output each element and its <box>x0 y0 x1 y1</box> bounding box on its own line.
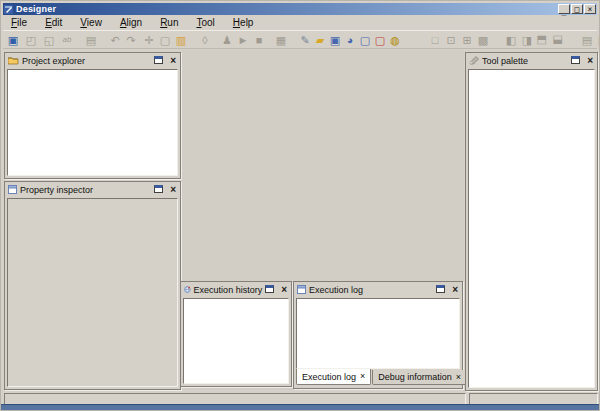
menu-tool[interactable]: Tool <box>190 17 220 29</box>
designer-window: Designer _ □ × FileEditViewAlignRunToolH… <box>0 0 600 411</box>
project-explorer-content[interactable] <box>7 69 178 176</box>
snap-none-button[interactable]: □ <box>428 32 442 48</box>
debug-info-toggle[interactable]: ▢ <box>373 32 387 48</box>
tab-label: Execution log <box>302 372 356 382</box>
panel-buttons: × <box>154 185 177 195</box>
tab-label: Debug information <box>378 372 452 382</box>
float-icon <box>154 56 163 64</box>
property-inspector-toggle[interactable]: ▣ <box>328 32 342 48</box>
rename-button[interactable]: ab <box>60 32 74 48</box>
panel-title: Tool palette <box>482 54 528 68</box>
debug-button[interactable]: ♟ <box>220 32 234 48</box>
float-button[interactable] <box>436 285 445 295</box>
toolbar: ▣◰◱ab▤↶↷✛▢▥◊♟►■▦✎▰▣◕▢▢◍□⊡⊞▩◧◨◧◨▤▥ <box>3 30 597 49</box>
panel-project-explorer: Project explorer × <box>4 52 181 179</box>
move-button[interactable]: ✛ <box>142 32 156 48</box>
execution-log-content[interactable] <box>296 298 460 369</box>
tool-palette-toggle[interactable]: ✎ <box>298 32 312 48</box>
distribute-vertical-button[interactable]: ▥ <box>596 32 600 48</box>
float-button[interactable] <box>571 56 580 66</box>
close-button[interactable]: × <box>170 185 177 194</box>
project-explorer-toggle[interactable]: ▰ <box>313 32 327 48</box>
execution-history-toggle[interactable]: ◕ <box>343 32 357 48</box>
minimize-button[interactable]: _ <box>558 4 570 14</box>
desktop-edge-strip <box>1 404 599 410</box>
redo-button[interactable]: ↷ <box>124 32 138 48</box>
window-controls: _ □ × <box>558 4 596 14</box>
snap-fill-button[interactable]: ▩ <box>476 32 490 48</box>
panel-buttons: × <box>154 56 177 66</box>
snap-dots-button[interactable]: ⊡ <box>444 32 458 48</box>
distribute-horizontal-button[interactable]: ▤ <box>580 32 594 48</box>
maximize-button[interactable]: □ <box>571 4 583 14</box>
pencil-icon <box>469 56 479 65</box>
log-icon <box>297 285 306 294</box>
align-top-button[interactable]: ◧ <box>535 33 551 47</box>
tool-palette-content[interactable] <box>468 69 595 388</box>
tab-close-icon[interactable]: × <box>360 372 365 381</box>
copy-button[interactable]: ▢ <box>158 32 172 48</box>
float-button[interactable] <box>154 185 163 195</box>
snap-grid-button[interactable]: ⊞ <box>460 32 474 48</box>
float-button[interactable] <box>265 285 274 295</box>
float-icon <box>436 285 445 293</box>
deselect-button[interactable]: ◊ <box>198 32 212 48</box>
execution-log-tabbar: Execution log × Debug information × <box>296 370 460 386</box>
float-icon <box>571 56 580 64</box>
tool-palette-header[interactable]: Tool palette × <box>466 53 597 68</box>
window-icon <box>8 185 17 194</box>
import-button[interactable]: ◱ <box>42 32 56 48</box>
property-inspector-content[interactable] <box>7 198 178 387</box>
align-left-button[interactable]: ◧ <box>504 32 518 48</box>
menu-align[interactable]: Align <box>114 17 148 29</box>
app-icon <box>4 5 13 14</box>
property-inspector-header[interactable]: Property inspector × <box>5 182 180 197</box>
panel-buttons: × <box>265 285 288 295</box>
run-button[interactable]: ► <box>236 32 250 48</box>
new-project-button[interactable]: ▣ <box>6 32 20 48</box>
panel-title: Execution history <box>194 283 263 297</box>
execution-log-toggle[interactable]: ▢ <box>358 32 372 48</box>
panel-execution-history: Execution history × <box>180 281 292 387</box>
menu-edit[interactable]: Edit <box>39 17 68 29</box>
panel-title: Execution log <box>309 283 363 297</box>
folder-icon <box>8 56 19 65</box>
align-bottom-button[interactable]: ◨ <box>551 33 567 47</box>
float-icon <box>154 185 163 193</box>
panel-buttons: × <box>571 56 594 66</box>
execution-history-content[interactable] <box>183 298 289 384</box>
panel-tool-palette: Tool palette × <box>465 52 598 391</box>
close-button[interactable]: × <box>281 285 288 294</box>
tab-debug-information[interactable]: Debug information × <box>372 370 467 385</box>
history-globe-icon <box>184 285 191 294</box>
project-explorer-header[interactable]: Project explorer × <box>5 53 180 68</box>
save-button[interactable]: ▤ <box>84 32 98 48</box>
stop-button[interactable]: ■ <box>252 32 266 48</box>
menu-help[interactable]: Help <box>227 17 260 29</box>
tab-execution-log[interactable]: Execution log × <box>296 369 371 385</box>
paste-button[interactable]: ▥ <box>174 32 188 48</box>
close-button[interactable]: × <box>170 56 177 65</box>
window-title: Designer <box>16 4 56 14</box>
close-button[interactable]: × <box>587 56 594 65</box>
window-close-button[interactable]: × <box>584 4 596 14</box>
execution-log-header[interactable]: Execution log × <box>294 282 462 297</box>
menu-view[interactable]: View <box>74 17 108 29</box>
undo-button[interactable]: ↶ <box>108 32 122 48</box>
float-icon <box>265 285 274 293</box>
title-bar[interactable]: Designer _ □ × <box>3 3 597 15</box>
align-right-button[interactable]: ◨ <box>520 32 534 48</box>
open-project-button[interactable]: ◰ <box>24 32 38 48</box>
execution-history-header[interactable]: Execution history × <box>181 282 291 297</box>
panel-title: Property inspector <box>20 183 93 197</box>
debug-bee-button[interactable]: ◍ <box>388 32 402 48</box>
menu-file[interactable]: File <box>5 17 33 29</box>
panel-buttons: × <box>436 285 459 295</box>
panel-execution-log: Execution log × Execution log × Debug in… <box>293 281 463 389</box>
menu-run[interactable]: Run <box>154 17 184 29</box>
close-button[interactable]: × <box>452 285 459 294</box>
tab-close-icon[interactable]: × <box>456 373 461 382</box>
float-button[interactable] <box>154 56 163 66</box>
step-grid-button[interactable]: ▦ <box>274 32 288 48</box>
panel-title: Project explorer <box>22 54 85 68</box>
